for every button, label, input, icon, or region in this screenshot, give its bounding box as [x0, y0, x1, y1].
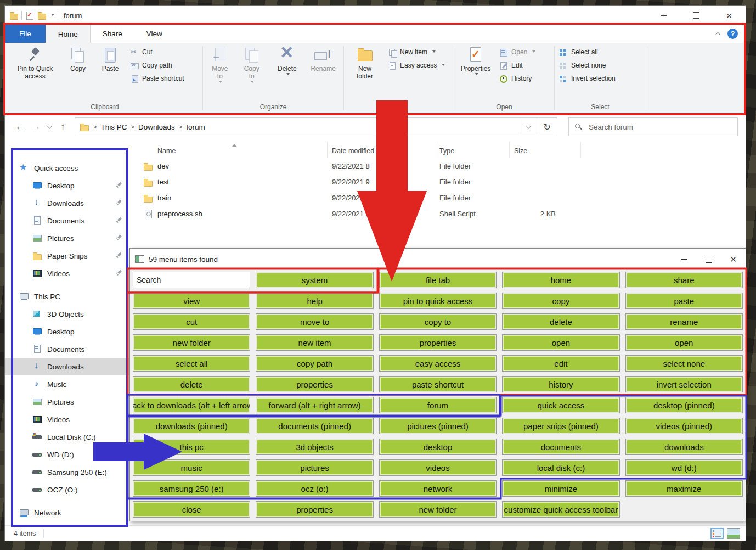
menu-item-new-folder[interactable]: new folder [133, 334, 250, 351]
edit-button[interactable]: Edit [499, 60, 535, 70]
help-icon[interactable]: ? [727, 29, 738, 39]
search-input[interactable] [588, 122, 732, 132]
new-item-button[interactable]: New item [388, 47, 445, 57]
forward-icon[interactable]: → [29, 119, 43, 135]
sidebar-item-videos[interactable]: Videos [5, 411, 132, 428]
file-row-test[interactable]: test9/22/2021 9File folder [137, 174, 746, 190]
back-icon[interactable]: ← [13, 119, 27, 135]
breadcrumb-item[interactable]: Downloads [138, 123, 175, 131]
open-button[interactable]: Open [499, 47, 535, 57]
sidebar-item-music[interactable]: Music [5, 375, 132, 393]
menu-item-forum[interactable]: forum [379, 397, 497, 413]
menu-item-maximize[interactable]: maximize [625, 480, 743, 497]
menu-item-new-item[interactable]: new item [256, 334, 373, 351]
select-all-button[interactable]: Select all [559, 47, 616, 57]
menu-item-local-disk-c[interactable]: local disk (c:) [502, 459, 619, 476]
tab-view[interactable]: View [134, 25, 174, 43]
sidebar-item-quick-access[interactable]: Quick access [5, 159, 132, 177]
close-button[interactable] [713, 6, 746, 25]
qat-folder-icon[interactable] [37, 12, 46, 20]
menu-item-forward-alt-right-arrow[interactable]: forward (alt + right arrow) [256, 397, 373, 413]
menu-item-select-none[interactable]: select none [625, 355, 743, 372]
recent-locations-caret-icon[interactable] [44, 119, 54, 135]
copy-path-button[interactable]: Copy path [130, 60, 184, 70]
select-none-button[interactable]: Select none [559, 60, 616, 70]
breadcrumb-item[interactable]: forum [186, 123, 205, 131]
qat-checkbox-icon[interactable] [25, 12, 34, 20]
menu-item-pin-to-quick-access[interactable]: pin to quick access [379, 293, 497, 309]
refresh-icon[interactable]: ↻ [537, 118, 557, 136]
column-header-type[interactable]: Type [435, 142, 510, 158]
sidebar-item-downloads[interactable]: Downloads [5, 358, 132, 375]
menu-item-view[interactable]: view [133, 293, 250, 309]
sidebar-item-wd-d[interactable]: WD (D:) [5, 446, 132, 463]
overlay-minimize-button[interactable] [672, 249, 696, 270]
qat-customize-caret-icon[interactable] [51, 14, 54, 18]
menu-item-music[interactable]: music [133, 459, 250, 476]
pin-to-quick-access-button[interactable]: Pin to Quick access [8, 44, 62, 81]
menu-item-properties[interactable]: properties [256, 376, 373, 392]
menu-item-home[interactable]: home [502, 272, 619, 288]
column-header-size[interactable]: Size [510, 142, 581, 158]
menu-item-select-all[interactable]: select all [133, 355, 250, 372]
menu-item-network[interactable]: network [379, 480, 497, 497]
menu-item-paste-shortcut[interactable]: paste shortcut [379, 376, 497, 392]
sidebar-item-pictures[interactable]: Pictures [5, 229, 132, 247]
menu-item-downloads-pinned[interactable]: downloads (pinned) [133, 418, 250, 434]
menu-item-copy-to[interactable]: copy to [379, 313, 497, 330]
menu-item-history[interactable]: history [502, 376, 619, 392]
menu-item-3d-objects[interactable]: 3d objects [256, 439, 373, 455]
menu-item-videos[interactable]: videos [379, 459, 497, 476]
menu-item-file-tab[interactable]: file tab [379, 272, 497, 288]
overlay-maximize-button[interactable] [696, 249, 721, 270]
menu-item-quick-access[interactable]: quick access [502, 397, 619, 413]
sidebar-item-network[interactable]: Network [5, 504, 132, 521]
file-row-preprocess-sh[interactable]: preprocess.sh9/22/2021Shell Script2 KB [137, 206, 746, 222]
menu-item-downloads[interactable]: downloads [625, 439, 743, 455]
sidebar-item-documents[interactable]: Documents [5, 340, 132, 358]
sidebar-item-pictures[interactable]: Pictures [5, 393, 132, 411]
invert-selection-button[interactable]: Invert selection [559, 74, 616, 83]
menu-item-ocz-o[interactable]: ocz (o:) [256, 480, 373, 497]
paste-button[interactable]: Paste [94, 44, 127, 73]
menu-item-copy[interactable]: copy [502, 293, 619, 309]
sidebar-item-local-disk-c[interactable]: Local Disk (C:) [5, 428, 132, 446]
menu-item-invert-selection[interactable]: invert selection [625, 376, 743, 392]
menu-item-close[interactable]: close [133, 501, 250, 518]
copy-to-button[interactable]: Copy to [236, 44, 268, 85]
menu-item-system[interactable]: system [256, 272, 373, 288]
new-folder-button[interactable]: New folder [345, 44, 385, 81]
menu-item-documents[interactable]: documents [502, 439, 619, 455]
collapse-ribbon-icon[interactable] [715, 31, 720, 36]
properties-button[interactable]: Properties [455, 44, 496, 77]
menu-item-edit[interactable]: edit [502, 355, 619, 372]
menu-item-copy-path[interactable]: copy path [256, 355, 373, 372]
menu-item-open[interactable]: open [502, 334, 619, 351]
menu-item-easy-access[interactable]: easy access [379, 355, 497, 372]
menu-item-properties[interactable]: properties [379, 334, 497, 351]
up-icon[interactable]: ↑ [55, 119, 70, 135]
search-box[interactable] [568, 117, 738, 136]
menu-item-desktop-pinned[interactable]: desktop (pinned) [625, 397, 743, 413]
menu-item-delete[interactable]: delete [502, 313, 619, 330]
sidebar-item-downloads[interactable]: Downloads [5, 194, 132, 212]
menu-item-paste[interactable]: paste [625, 293, 743, 309]
menu-item-customize-quick-access-toolbar[interactable]: customize quick access toolbar [502, 501, 619, 518]
copy-button[interactable]: Copy [62, 44, 94, 73]
overlay-close-button[interactable] [721, 249, 746, 270]
menu-item-cut[interactable]: cut [133, 313, 250, 330]
rename-button[interactable]: Rename [304, 44, 342, 73]
menu-item-this-pc[interactable]: this pc [133, 439, 250, 455]
menu-item-share[interactable]: share [625, 272, 743, 288]
column-header-date-modified[interactable]: Date modified [328, 142, 435, 158]
minimize-button[interactable] [647, 6, 680, 25]
easy-access-button[interactable]: Easy access [388, 60, 445, 70]
move-to-button[interactable]: Move to [204, 44, 236, 85]
breadcrumb-item[interactable]: This PC [100, 123, 127, 131]
details-view-button[interactable] [710, 528, 724, 539]
menu-item-properties[interactable]: properties [256, 501, 373, 518]
menu-item-videos-pinned[interactable]: videos (pinned) [625, 418, 743, 434]
sidebar-item-samsung-250-e[interactable]: Samsung 250 (E:) [5, 463, 132, 481]
menu-item-open[interactable]: open [625, 334, 743, 351]
file-row-dev[interactable]: dev9/22/2021 8File folder [137, 158, 746, 174]
